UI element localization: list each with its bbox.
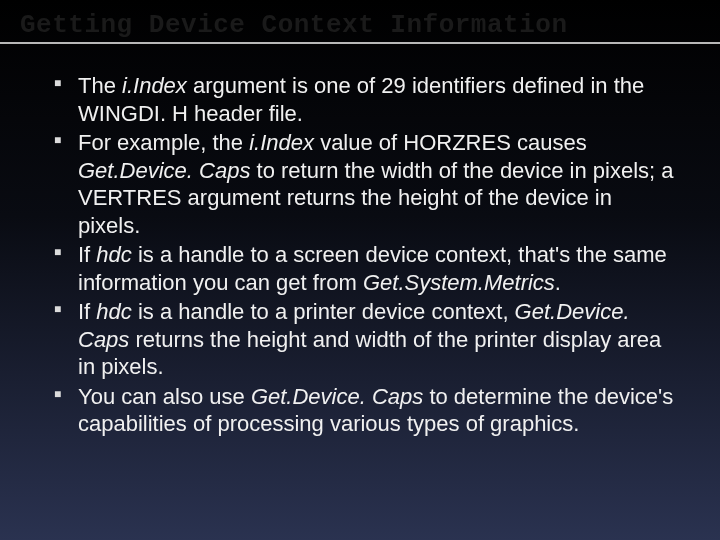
italic-text: hdc — [96, 299, 131, 324]
italic-text: i.Index — [122, 73, 187, 98]
plain-text: The — [78, 73, 122, 98]
bullet-item: If hdc is a handle to a screen device co… — [78, 241, 680, 296]
bullet-list: The i.Index argument is one of 29 identi… — [0, 72, 720, 438]
plain-text: value of HORZRES causes — [314, 130, 587, 155]
italic-text: i.Index — [249, 130, 314, 155]
bullet-item: The i.Index argument is one of 29 identi… — [78, 72, 680, 127]
bullet-item: You can also use Get.Device. Caps to det… — [78, 383, 680, 438]
plain-text: For example, the — [78, 130, 249, 155]
plain-text: returns the height and width of the prin… — [78, 327, 661, 380]
slide: Getting Device Context Information The i… — [0, 0, 720, 540]
italic-text: Get.Device. Caps — [251, 384, 423, 409]
italic-text: Get.Device. Caps — [78, 158, 250, 183]
plain-text: If — [78, 242, 96, 267]
bullet-item: If hdc is a handle to a printer device c… — [78, 298, 680, 381]
plain-text: You can also use — [78, 384, 251, 409]
bullet-item: For example, the i.Index value of HORZRE… — [78, 129, 680, 239]
plain-text: . — [555, 270, 561, 295]
italic-text: Get.System.Metrics — [363, 270, 555, 295]
italic-text: hdc — [96, 242, 131, 267]
slide-title: Getting Device Context Information — [20, 10, 720, 40]
plain-text: is a handle to a printer device context, — [132, 299, 515, 324]
plain-text: If — [78, 299, 96, 324]
title-wrap: Getting Device Context Information — [0, 0, 720, 44]
